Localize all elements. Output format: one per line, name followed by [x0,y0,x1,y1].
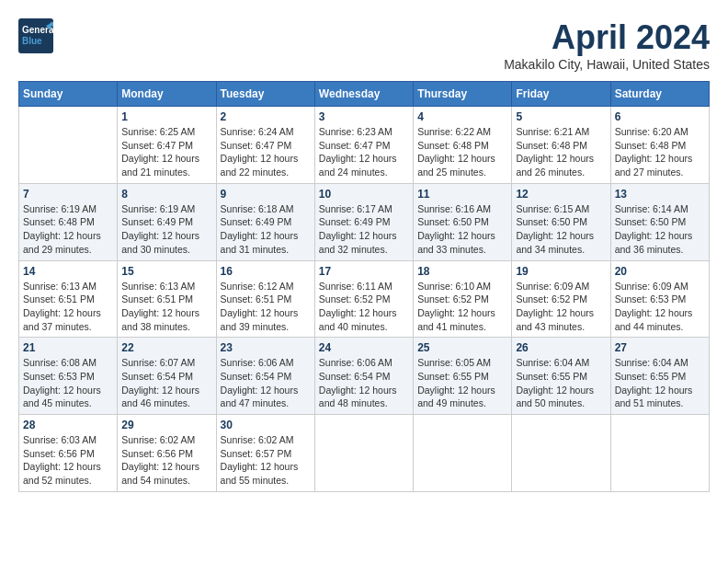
day-info: Sunrise: 6:08 AM Sunset: 6:53 PM Dayligh… [23,356,113,410]
day-info: Sunrise: 6:19 AM Sunset: 6:49 PM Dayligh… [121,202,211,257]
day-info: Sunrise: 6:06 AM Sunset: 6:54 PM Dayligh… [319,356,409,410]
calendar-cell: 19Sunrise: 6:09 AM Sunset: 6:52 PM Dayli… [512,260,610,338]
title-block: April 2024 Makakilo City, Hawaii, United… [504,18,710,72]
day-info: Sunrise: 6:02 AM Sunset: 6:57 PM Dayligh… [221,433,311,488]
day-number: 20 [615,265,705,278]
day-number: 12 [516,188,606,201]
calendar-day-header: Tuesday [216,82,314,107]
day-number: 6 [615,110,705,123]
day-number: 29 [121,419,211,431]
calendar-header-row: SundayMondayTuesdayWednesdayThursdayFrid… [19,82,710,107]
calendar-day-header: Sunday [19,82,118,107]
day-info: Sunrise: 6:02 AM Sunset: 6:56 PM Dayligh… [121,433,211,488]
calendar-day-header: Saturday [610,82,709,107]
day-number: 1 [121,110,211,123]
day-info: Sunrise: 6:04 AM Sunset: 6:55 PM Dayligh… [615,356,705,410]
calendar-cell: 30Sunrise: 6:02 AM Sunset: 6:57 PM Dayli… [216,415,314,492]
calendar-cell [314,415,413,492]
day-info: Sunrise: 6:13 AM Sunset: 6:51 PM Dayligh… [23,280,113,334]
svg-text:Blue: Blue [22,36,42,46]
day-number: 15 [121,265,211,278]
calendar-cell [414,415,512,492]
logo: General Blue [18,18,53,53]
day-number: 26 [516,341,606,354]
day-number: 10 [319,188,409,201]
day-info: Sunrise: 6:21 AM Sunset: 6:48 PM Dayligh… [516,125,606,179]
calendar-cell: 11Sunrise: 6:16 AM Sunset: 6:50 PM Dayli… [414,183,512,260]
calendar-week-row: 28Sunrise: 6:03 AM Sunset: 6:56 PM Dayli… [19,415,710,492]
calendar-cell: 14Sunrise: 6:13 AM Sunset: 6:51 PM Dayli… [19,260,118,338]
calendar-cell [610,415,709,492]
calendar-cell: 7Sunrise: 6:19 AM Sunset: 6:48 PM Daylig… [19,183,118,260]
calendar-week-row: 21Sunrise: 6:08 AM Sunset: 6:53 PM Dayli… [19,338,710,415]
day-number: 27 [615,341,705,354]
calendar-cell: 18Sunrise: 6:10 AM Sunset: 6:52 PM Dayli… [414,260,512,338]
calendar-cell: 1Sunrise: 6:25 AM Sunset: 6:47 PM Daylig… [118,107,216,184]
calendar-cell: 9Sunrise: 6:18 AM Sunset: 6:49 PM Daylig… [216,183,314,260]
day-info: Sunrise: 6:03 AM Sunset: 6:56 PM Dayligh… [23,433,113,488]
day-number: 13 [615,188,705,201]
day-number: 5 [516,110,606,123]
day-info: Sunrise: 6:10 AM Sunset: 6:52 PM Dayligh… [417,280,507,334]
logo-icon: General Blue [18,18,53,53]
day-number: 2 [221,110,311,123]
day-info: Sunrise: 6:25 AM Sunset: 6:47 PM Dayligh… [121,125,211,179]
day-info: Sunrise: 6:22 AM Sunset: 6:48 PM Dayligh… [417,125,507,179]
day-number: 28 [23,419,113,431]
calendar-cell: 29Sunrise: 6:02 AM Sunset: 6:56 PM Dayli… [118,415,216,492]
day-info: Sunrise: 6:23 AM Sunset: 6:47 PM Dayligh… [319,125,409,179]
calendar-cell: 25Sunrise: 6:05 AM Sunset: 6:55 PM Dayli… [414,338,512,415]
day-info: Sunrise: 6:19 AM Sunset: 6:48 PM Dayligh… [23,202,113,257]
calendar-week-row: 1Sunrise: 6:25 AM Sunset: 6:47 PM Daylig… [19,107,710,184]
calendar-cell: 22Sunrise: 6:07 AM Sunset: 6:54 PM Dayli… [118,338,216,415]
calendar-cell: 20Sunrise: 6:09 AM Sunset: 6:53 PM Dayli… [610,260,709,338]
day-info: Sunrise: 6:09 AM Sunset: 6:52 PM Dayligh… [516,280,606,334]
day-number: 8 [121,188,211,201]
day-number: 9 [221,188,311,201]
calendar-day-header: Friday [512,82,610,107]
day-number: 23 [221,341,311,354]
calendar-body: 1Sunrise: 6:25 AM Sunset: 6:47 PM Daylig… [19,107,710,492]
day-number: 30 [221,419,311,431]
day-info: Sunrise: 6:16 AM Sunset: 6:50 PM Dayligh… [417,202,507,257]
calendar-cell: 15Sunrise: 6:13 AM Sunset: 6:51 PM Dayli… [118,260,216,338]
day-number: 3 [319,110,409,123]
day-number: 17 [319,265,409,278]
calendar-day-header: Wednesday [314,82,413,107]
day-info: Sunrise: 6:20 AM Sunset: 6:48 PM Dayligh… [615,125,705,179]
day-number: 24 [319,341,409,354]
calendar-cell: 5Sunrise: 6:21 AM Sunset: 6:48 PM Daylig… [512,107,610,184]
day-number: 19 [516,265,606,278]
calendar-table: SundayMondayTuesdayWednesdayThursdayFrid… [18,81,710,492]
calendar-week-row: 14Sunrise: 6:13 AM Sunset: 6:51 PM Dayli… [19,260,710,338]
calendar-cell: 12Sunrise: 6:15 AM Sunset: 6:50 PM Dayli… [512,183,610,260]
day-info: Sunrise: 6:04 AM Sunset: 6:55 PM Dayligh… [516,356,606,410]
calendar-cell: 10Sunrise: 6:17 AM Sunset: 6:49 PM Dayli… [314,183,413,260]
calendar-cell: 28Sunrise: 6:03 AM Sunset: 6:56 PM Dayli… [19,415,118,492]
calendar-cell: 16Sunrise: 6:12 AM Sunset: 6:51 PM Dayli… [216,260,314,338]
calendar-cell: 3Sunrise: 6:23 AM Sunset: 6:47 PM Daylig… [314,107,413,184]
day-info: Sunrise: 6:12 AM Sunset: 6:51 PM Dayligh… [221,280,311,334]
calendar-cell: 8Sunrise: 6:19 AM Sunset: 6:49 PM Daylig… [118,183,216,260]
main-title: April 2024 [504,18,710,57]
subtitle: Makakilo City, Hawaii, United States [504,57,710,72]
calendar-cell: 27Sunrise: 6:04 AM Sunset: 6:55 PM Dayli… [610,338,709,415]
day-number: 11 [417,188,507,201]
day-number: 22 [121,341,211,354]
calendar-cell: 24Sunrise: 6:06 AM Sunset: 6:54 PM Dayli… [314,338,413,415]
calendar-week-row: 7Sunrise: 6:19 AM Sunset: 6:48 PM Daylig… [19,183,710,260]
day-number: 14 [23,265,113,278]
calendar-cell [19,107,118,184]
calendar-day-header: Monday [118,82,216,107]
page-header: General Blue April 2024 Makakilo City, H… [18,18,710,72]
day-number: 7 [23,188,113,201]
day-info: Sunrise: 6:15 AM Sunset: 6:50 PM Dayligh… [516,202,606,257]
calendar-cell: 4Sunrise: 6:22 AM Sunset: 6:48 PM Daylig… [414,107,512,184]
day-info: Sunrise: 6:11 AM Sunset: 6:52 PM Dayligh… [319,280,409,334]
day-number: 25 [417,341,507,354]
calendar-cell: 17Sunrise: 6:11 AM Sunset: 6:52 PM Dayli… [314,260,413,338]
day-info: Sunrise: 6:13 AM Sunset: 6:51 PM Dayligh… [121,280,211,334]
day-number: 16 [221,265,311,278]
day-info: Sunrise: 6:17 AM Sunset: 6:49 PM Dayligh… [319,202,409,257]
day-info: Sunrise: 6:14 AM Sunset: 6:50 PM Dayligh… [615,202,705,257]
